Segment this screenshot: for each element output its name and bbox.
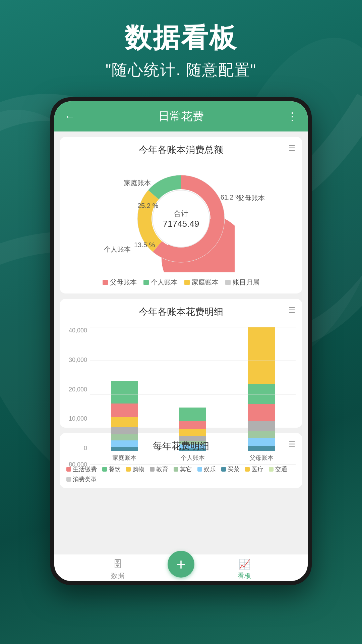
bar-legend-gouwu: 购物 (126, 465, 144, 473)
pct-jiatingzhangben: 25.2 % (137, 202, 158, 210)
page-subtitle: "随心统计. 随意配置" (106, 60, 256, 80)
bar-card-header: 今年各账本花费明细 ☰ (66, 306, 296, 324)
phone-mockup: ← 日常花费 ⋮ 今年各账本消费总额 ☰ (50, 97, 312, 585)
bar-legend-yule: 娱乐 (197, 465, 216, 473)
legend-dot-gerenzhangben (143, 280, 149, 285)
legend-label-zhanggui: 账目归属 (233, 278, 259, 287)
bar-fumu-canjin (248, 404, 275, 421)
bar-legend-label-qita: 其它 (180, 465, 192, 473)
bar-fumu-qita (248, 431, 275, 438)
donut-legend: 父母账本 个人账本 家庭账本 账目归属 (103, 278, 259, 287)
bar-legend-dot-shenghuo (66, 467, 71, 472)
bar-legend-dot-yule (197, 467, 202, 472)
bar-legend-dot-yiliao (245, 467, 250, 472)
donut-center: 合计 71745.49 (163, 209, 199, 229)
legend-jiatingzhangben: 家庭账本 (184, 278, 219, 287)
legend-label-fumuzhangben: 父母账本 (110, 278, 137, 287)
bar-legend-canjin: 餐饮 (102, 465, 121, 473)
bar-chart-area: 0 10,000 20,000 30,000 40,000 (66, 327, 296, 421)
bar-legend-label-gouwu: 购物 (132, 465, 144, 473)
page-title: 数据看板 (106, 20, 256, 56)
donut-card-title: 今年各账本消费总额 (139, 144, 223, 156)
label-jiatingzhangben: 家庭账本 (124, 178, 151, 187)
donut-center-value: 71745.49 (163, 219, 199, 229)
bar-legend-dot-jiaotong (269, 467, 274, 472)
grid-line-40k (90, 327, 296, 327)
nav-data-icon: 🗄 (113, 559, 122, 570)
bar-legend-label-maishu: 买菜 (228, 465, 240, 473)
y-tick-40k: 40,000 (66, 327, 90, 334)
yearly-card-title: 每年花费明细 (153, 440, 209, 452)
bar-jiating-gouwu (111, 417, 138, 427)
content-area: 今年各账本消费总额 ☰ (54, 131, 308, 554)
bar-legend-label-jiaotong: 交通 (275, 465, 287, 473)
bar-card: 今年各账本花费明细 ☰ 0 10,000 20,000 30,000 40,00… (60, 299, 302, 428)
app-bar-title: 日常花费 (158, 109, 204, 124)
bar-legend-dot-maishu (221, 467, 226, 472)
label-fumuzhangben: 父母账本 (238, 194, 265, 203)
bar-legend-dot-jiaoyu (150, 467, 155, 472)
bar-legend-label-shenghuo: 生活缴费 (73, 465, 97, 473)
nav-item-kanban[interactable]: 📈 看板 (211, 559, 278, 580)
y-tick-10k: 10,000 (66, 415, 90, 422)
bottom-nav: 🗄 数据 + 📈 看板 (54, 554, 308, 581)
donut-center-label: 合计 (163, 209, 199, 219)
bar-legend-dot-canjin (102, 467, 107, 472)
nav-kanban-icon: 📈 (239, 559, 250, 570)
nav-item-data[interactable]: 🗄 数据 (84, 559, 151, 580)
bar-legend-label-canjin: 餐饮 (109, 465, 121, 473)
nav-kanban-label: 看板 (238, 571, 251, 580)
app-bar: ← 日常花费 ⋮ (54, 101, 308, 131)
y-tick-20k: 20,000 (66, 386, 90, 393)
legend-fumuzhangben: 父母账本 (103, 278, 137, 287)
bar-legend-dot-gouwu (126, 467, 131, 472)
bar-legend-dot-xiaofei (66, 477, 71, 482)
donut-chart-container: 合计 71745.49 61.2 % 父母账本 25.2 % 家庭账本 13.5… (127, 165, 235, 272)
bar-stack-fumu (248, 327, 275, 451)
bar-legend-jiaoyu: 教育 (150, 465, 168, 473)
bar-legend-yiliao: 医疗 (245, 465, 263, 473)
pct-gerenzhangben: 13.5 % (134, 241, 155, 249)
bar-geren-gouwu (179, 429, 206, 436)
bar-legend-maishu: 买菜 (221, 465, 240, 473)
legend-label-jiatingzhangben: 家庭账本 (192, 278, 219, 287)
legend-dot-jiatingzhangben (184, 280, 190, 285)
phone-screen: ← 日常花费 ⋮ 今年各账本消费总额 ☰ (54, 101, 308, 581)
yearly-menu-icon[interactable]: ☰ (288, 440, 296, 449)
donut-card-header: 今年各账本消费总额 ☰ (66, 144, 296, 162)
bar-legend-label-xiaofei: 消费类型 (73, 475, 97, 483)
menu-button[interactable]: ⋮ (287, 110, 298, 123)
bar-menu-icon[interactable]: ☰ (288, 306, 296, 315)
yearly-chart-line (90, 465, 296, 465)
bar-fumu-jiaoyu (248, 421, 275, 431)
legend-label-gerenzhangben: 个人账本 (151, 278, 178, 287)
donut-section: 合计 71745.49 61.2 % 父母账本 25.2 % 家庭账本 13.5… (66, 165, 296, 287)
fab-button[interactable]: + (168, 551, 194, 578)
bar-legend-label-yule: 娱乐 (204, 465, 216, 473)
bar-jiating-shenghuo (111, 381, 138, 404)
bar-legend-label-yiliao: 医疗 (251, 465, 263, 473)
grid-line-30k (90, 361, 296, 361)
donut-menu-icon[interactable]: ☰ (288, 144, 296, 153)
grid-line-10k (90, 428, 296, 428)
bar-legend-dot-qita (174, 467, 178, 472)
legend-dot-fumuzhangben (103, 280, 108, 285)
legend-zhanggui: 账目归属 (225, 278, 259, 287)
bar-legend-label-jiaoyu: 教育 (156, 465, 168, 473)
yearly-card-header: 每年花费明细 ☰ (66, 440, 296, 458)
y-tick-30k: 30,000 (66, 357, 90, 364)
back-button[interactable]: ← (64, 110, 75, 123)
bar-legend-xiaofei: 消费类型 (66, 475, 97, 483)
bar-legend-qita: 其它 (174, 465, 192, 473)
bar-fumu-gouwu (248, 327, 275, 384)
bar-legend: 生活缴费 餐饮 购物 教育 (66, 465, 296, 483)
header-section: 数据看板 "随心统计. 随意配置" (106, 20, 256, 80)
grid-line-20k (90, 394, 296, 394)
nav-data-label: 数据 (111, 571, 124, 580)
bar-geren-shenghuo (179, 408, 206, 421)
label-gerenzhangben: 个人账本 (104, 245, 131, 254)
legend-gerenzhangben: 个人账本 (143, 278, 178, 287)
bar-legend-jiaotong: 交通 (269, 465, 287, 473)
donut-card: 今年各账本消费总额 ☰ (60, 137, 302, 293)
bar-jiating-canjin (111, 404, 138, 417)
